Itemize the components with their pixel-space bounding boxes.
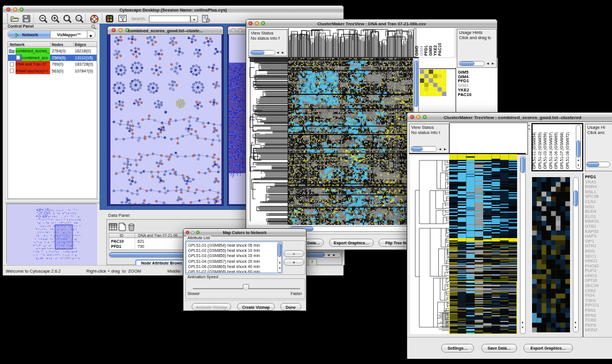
svg-text:1:1: 1:1 — [77, 17, 81, 20]
